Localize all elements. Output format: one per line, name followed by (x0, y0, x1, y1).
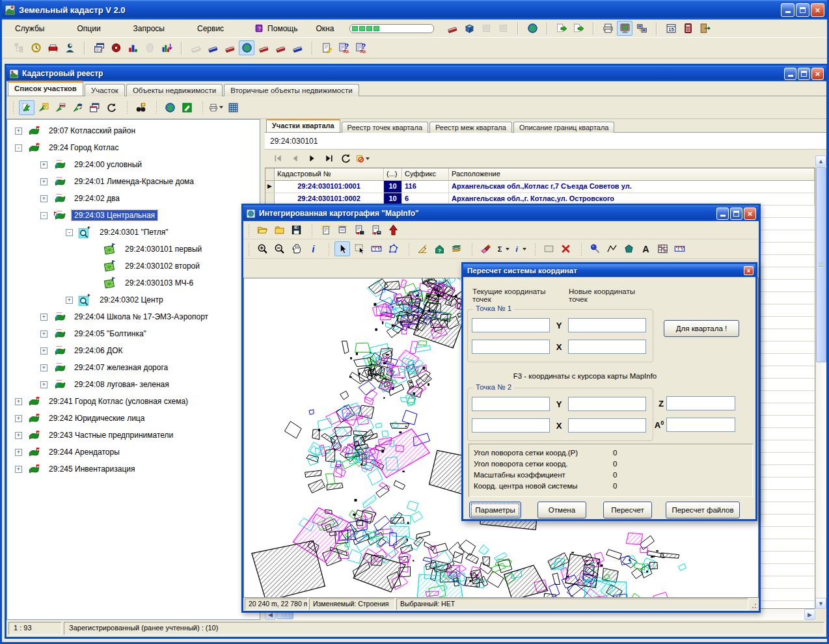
toolbar-drag-handle[interactable] (534, 243, 536, 256)
exit-door-icon[interactable] (697, 21, 713, 36)
toolbar-drag-handle[interactable] (248, 243, 250, 256)
scroll-down-button[interactable]: ▼ (815, 598, 826, 609)
cell-cadastral-number[interactable]: 29:24:030101:0001 (275, 181, 384, 193)
scroll-right-button[interactable]: ▶ (804, 609, 815, 620)
cell-suffix[interactable]: 116 (402, 181, 449, 193)
mapinfo-maximize-button[interactable] (730, 208, 742, 220)
grid-table-icon[interactable] (655, 241, 670, 256)
toolbar-drag-handle[interactable] (328, 243, 330, 256)
cube-blue-icon[interactable] (461, 21, 477, 36)
resize-grip[interactable] (750, 598, 757, 610)
drafting-icon[interactable] (414, 241, 430, 256)
for-block-button[interactable]: Для квартала ! (664, 320, 739, 337)
info-blue-icon[interactable]: i (511, 241, 527, 256)
ruler-icon[interactable]: 13 (672, 241, 687, 256)
nav-first-icon[interactable] (270, 151, 286, 166)
nav-last-icon[interactable] (321, 151, 336, 166)
person-icon[interactable] (62, 40, 77, 55)
book-red-icon[interactable] (444, 21, 460, 36)
hand-icon[interactable] (288, 241, 304, 256)
mapinfo-titlebar[interactable]: Интегрированная картография "MapInfo" × (243, 206, 759, 221)
mapinfo-close-button[interactable]: × (744, 208, 756, 220)
tree-item[interactable]: +29:241 Город Котлас (условная схема) (7, 393, 260, 410)
chart-bars-icon[interactable] (125, 40, 141, 55)
cancel-button[interactable]: Отмена (537, 502, 586, 518)
recalc-files-button[interactable]: Пересчет файлов (666, 502, 740, 518)
point1-current-y-input[interactable] (472, 318, 550, 332)
wheel-icon[interactable] (108, 40, 124, 55)
toolbar-drag-handle[interactable] (126, 101, 128, 114)
column-header-count[interactable]: (...) (384, 168, 402, 180)
toolbar-drag-handle[interactable] (12, 101, 14, 114)
block-code-field[interactable]: 29:24:030101 (265, 133, 826, 150)
select-dash-icon[interactable] (351, 241, 367, 256)
dropdown-arrow-icon[interactable] (366, 157, 370, 160)
globe-icon[interactable] (524, 21, 540, 36)
z-input[interactable] (666, 396, 735, 410)
toolbar-drag-handle[interactable] (202, 101, 204, 114)
doc-save-icon[interactable] (368, 222, 384, 237)
column-header-suffix[interactable]: Суффикс (402, 168, 449, 180)
menu-item-запросы[interactable]: Запросы (124, 21, 174, 36)
mapinfo-minimize-button[interactable] (716, 208, 729, 220)
printer-icon[interactable] (600, 21, 616, 36)
toolbar-drag-handle[interactable] (156, 101, 157, 114)
tree-expander[interactable]: + (66, 297, 73, 304)
cell-count-badge[interactable]: 10 (384, 181, 402, 193)
block-tab-3[interactable]: Реестр меж квартала (429, 122, 512, 133)
tree-item[interactable]: +29:24:0302 Центр (7, 291, 260, 308)
tree-item[interactable]: +29:24:01 Лименда-Красные дома (7, 173, 260, 190)
menu-item-опции[interactable]: Опции (68, 21, 109, 36)
tree-item[interactable]: -29:24:0301 "Петля" (7, 224, 260, 241)
tree-item[interactable]: +29:24:07 железная дорога (7, 359, 260, 376)
cursor-icon[interactable] (334, 241, 350, 256)
tree-expander[interactable]: + (40, 161, 48, 168)
clock-icon[interactable] (28, 40, 44, 55)
crumple-icon[interactable] (495, 21, 511, 36)
editable-layer-status[interactable]: Изменяемый: Строения (309, 598, 395, 610)
tree-expander[interactable]: + (40, 195, 48, 202)
polygon-teal-icon[interactable] (621, 241, 636, 256)
tree-item[interactable]: +29:24:08 луговая- зеленая (7, 376, 260, 393)
pushpin-icon[interactable] (587, 241, 603, 256)
book-red-icon[interactable] (222, 40, 238, 55)
cards-icon[interactable] (91, 40, 107, 55)
table-row[interactable]: ▶29:24:030101:000110116Архангельская обл… (265, 181, 815, 193)
tree-item[interactable]: +29:24:00 условный (7, 156, 260, 173)
doc-alt-icon[interactable] (334, 222, 350, 237)
main-titlebar[interactable]: Земельный кадастр V 2.0 × (2, 0, 827, 20)
nav-refresh-icon[interactable] (338, 151, 353, 166)
tree-item[interactable]: +29:24:05 "Болтинка" (7, 325, 260, 342)
registry-minimize-button[interactable] (784, 68, 796, 80)
tree-item[interactable]: 29:24:030103 МЧ-6 (7, 275, 260, 291)
cell-location[interactable]: Архангельская обл.,Котлас г,7 Съезда Сов… (449, 181, 815, 193)
ruler-icon[interactable]: 13 (368, 241, 384, 256)
go-arrow-icon[interactable] (19, 100, 34, 115)
point2-current-x-input[interactable] (472, 418, 550, 433)
arrow-up-red-icon[interactable] (385, 222, 401, 237)
registry-tab-1[interactable]: Список участков (8, 81, 83, 96)
point1-new-x-input[interactable] (568, 340, 646, 354)
tree-item[interactable]: +29:24:06 ДОК (7, 342, 260, 359)
tree-item[interactable]: +29:07 Котласский район (7, 122, 260, 139)
dialog-titlebar[interactable]: Пересчет системы координат × (463, 264, 755, 277)
folder-open-icon[interactable] (254, 222, 270, 237)
recalc-button[interactable]: Пересчет (603, 502, 652, 518)
info-i-icon[interactable]: i (305, 241, 321, 256)
text-a-icon[interactable]: A (638, 241, 653, 256)
globe-icon[interactable] (162, 100, 178, 115)
oval-icon[interactable] (142, 40, 157, 55)
printer-icon[interactable] (208, 100, 224, 115)
nav-prev-icon[interactable] (287, 151, 303, 166)
toolbar-drag-handle[interactable] (311, 224, 313, 237)
tree-expander[interactable]: - (15, 144, 22, 152)
book-blue-icon[interactable] (290, 40, 305, 55)
import-arrow-icon[interactable] (554, 21, 569, 36)
tree-expander[interactable]: + (40, 330, 48, 338)
globe-icon[interactable] (239, 40, 254, 55)
tree-item[interactable]: -29:24:03 Центральная (7, 207, 260, 224)
del-arrow-icon[interactable] (53, 100, 68, 115)
folder-closed-icon[interactable] (271, 222, 287, 237)
sql-query-icon[interactable]: ?SQL (353, 40, 368, 55)
doc-new-icon[interactable] (318, 222, 333, 237)
